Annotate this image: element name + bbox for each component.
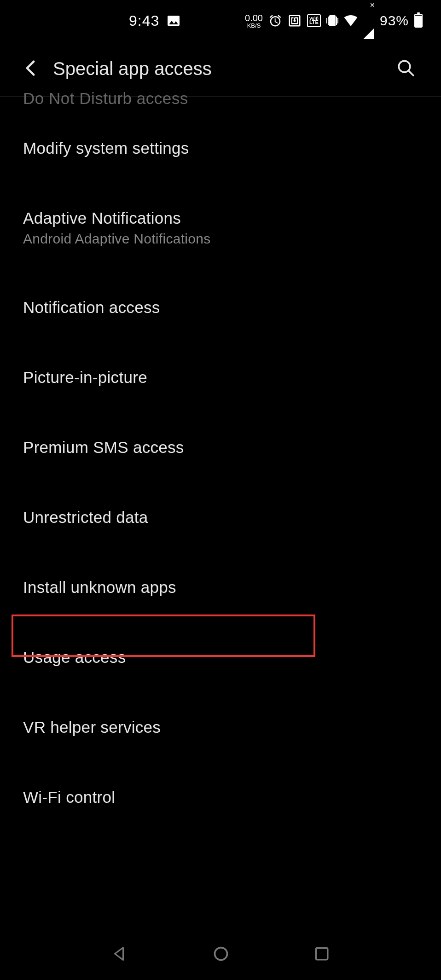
status-time: 9:43 [129,12,159,29]
triangle-back-icon [111,945,128,962]
setting-title: Unrestricted data [23,508,418,527]
navigation-bar [0,929,441,980]
setting-title: Notification access [23,298,418,317]
network-speed-indicator: 0.00 KB/S [245,13,263,29]
nav-back-button[interactable] [102,936,137,973]
setting-item-install-unknown-apps[interactable]: Install unknown apps [0,559,441,616]
setting-title: Adaptive Notifications [23,209,418,227]
volte-icon: Vo))) LTE [307,14,321,27]
volte-bottom: LTE [309,20,319,25]
setting-title: Install unknown apps [23,578,418,597]
svg-line-1 [408,70,413,75]
app-bar: Special app access [0,41,441,97]
nav-recents-button[interactable] [305,937,339,973]
network-speed-unit: KB/S [247,23,261,29]
nav-home-button[interactable] [203,936,238,973]
back-button[interactable] [21,55,40,83]
nfc-icon [288,14,302,28]
setting-item-vr-helper-services[interactable]: VR helper services [0,699,441,756]
chevron-left-icon [25,60,35,76]
network-speed-value: 0.00 [245,13,263,23]
setting-title: Picture-in-picture [23,368,418,387]
setting-item-picture-in-picture[interactable]: Picture-in-picture [0,349,441,406]
setting-item-usage-access[interactable]: Usage access [0,629,441,686]
setting-subtitle: Android Adaptive Notifications [23,231,418,247]
setting-item-partial[interactable]: Do Not Disturb access [0,89,441,107]
cellular-signal-icon: ✕ [363,13,374,29]
setting-item-premium-sms-access[interactable]: Premium SMS access [0,419,441,476]
setting-title: VR helper services [23,718,418,736]
setting-title: Modify system settings [23,139,418,157]
image-icon [168,16,180,26]
setting-item-notification-access[interactable]: Notification access [0,279,441,336]
vibrate-icon [326,15,338,26]
alarm-icon [268,14,282,28]
wifi-icon [344,15,358,26]
setting-item-adaptive-notifications[interactable]: Adaptive NotificationsAndroid Adaptive N… [0,190,441,266]
search-icon [396,58,416,78]
setting-title: Wi-Fi control [23,788,418,806]
setting-item-modify-system-settings[interactable]: Modify system settings [0,120,441,177]
setting-item-wi-fi-control[interactable]: Wi-Fi control [0,769,441,826]
settings-list[interactable]: Do Not Disturb accessModify system setti… [0,89,441,826]
status-right: 0.00 KB/S Vo))) LTE ✕ 93% [245,13,423,29]
signal-x-indicator: ✕ [370,1,375,9]
battery-icon [414,14,423,28]
setting-title: Premium SMS access [23,438,418,457]
svg-point-2 [215,948,227,960]
status-left: 9:43 [129,12,180,29]
setting-item-unrestricted-data[interactable]: Unrestricted data [0,489,441,546]
setting-title: Usage access [23,648,418,667]
page-title: Special app access [53,58,379,79]
search-button[interactable] [392,54,420,84]
circle-home-icon [213,945,229,962]
battery-percentage: 93% [380,13,409,29]
square-recents-icon [314,946,330,962]
svg-rect-3 [316,948,328,960]
status-bar: 9:43 0.00 KB/S Vo))) LTE ✕ [0,0,441,41]
